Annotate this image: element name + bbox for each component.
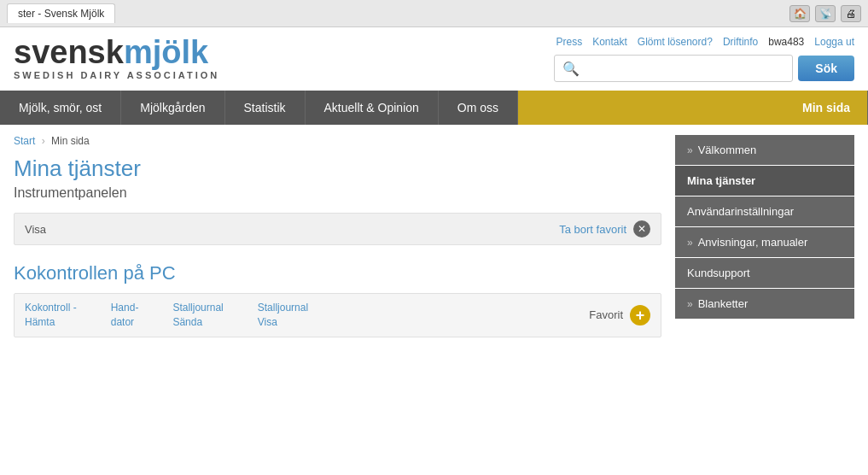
favorit-label: Favorit bbox=[589, 308, 623, 321]
kontakt-link[interactable]: Kontakt bbox=[592, 36, 627, 48]
glomt-link[interactable]: Glömt lösenord? bbox=[638, 36, 713, 48]
ta-bort-row: Ta bort favorit ✕ bbox=[559, 220, 650, 238]
section-title: Instrumentpanelen bbox=[14, 185, 661, 201]
close-circle-button[interactable]: ✕ bbox=[633, 220, 650, 238]
logo[interactable]: svenskmjölk SWEDISH DAIRY ASSOCIATION bbox=[14, 36, 219, 80]
sidebar-item-mina-tjanster[interactable]: Mina tjänster bbox=[675, 166, 854, 196]
breadcrumb-start[interactable]: Start bbox=[14, 135, 35, 147]
browser-icons: 🏠 📡 🖨 bbox=[789, 5, 861, 22]
blanketter-label: Blanketter bbox=[698, 297, 842, 310]
nav-item-min-sida[interactable]: Min sida bbox=[518, 91, 868, 125]
koko-links-row: Kokontroll - Hämta Hand- dator Stalljour… bbox=[14, 293, 661, 337]
breadcrumb: Start › Min sida bbox=[14, 135, 661, 147]
breadcrumb-current: Min sida bbox=[51, 135, 90, 147]
press-link[interactable]: Press bbox=[556, 36, 582, 48]
visa-label: Visa bbox=[25, 223, 46, 236]
mina-tjanster-label: Mina tjänster bbox=[687, 174, 842, 187]
header: svenskmjölk SWEDISH DAIRY ASSOCIATION Pr… bbox=[0, 27, 868, 125]
username-display: bwa483 bbox=[768, 36, 804, 48]
koko-link-hamta-line1[interactable]: Kokontroll - bbox=[25, 301, 77, 315]
search-input-wrap: 🔍 bbox=[554, 55, 793, 82]
nav-item-mjolkgarden[interactable]: Mjölkgården bbox=[121, 91, 224, 125]
header-right: Press Kontakt Glömt lösenord? Driftinfo … bbox=[554, 36, 854, 82]
anvisningar-arrow: » bbox=[687, 237, 693, 249]
logo-subtitle: SWEDISH DAIRY ASSOCIATION bbox=[14, 70, 219, 80]
ta-bort-link[interactable]: Ta bort favorit bbox=[559, 223, 626, 236]
logo-mjolk: mjölk bbox=[124, 34, 208, 70]
browser-tab[interactable]: ster - Svensk Mjölk bbox=[7, 3, 115, 23]
koko-title: Kokontrollen på PC bbox=[14, 262, 661, 284]
home-icon[interactable]: 🏠 bbox=[789, 5, 810, 22]
breadcrumb-sep: › bbox=[42, 135, 45, 147]
koko-link-handdator: Hand- dator bbox=[111, 301, 156, 330]
nav-item-statistik[interactable]: Statistik bbox=[225, 91, 306, 125]
favorit-plus-button[interactable]: + bbox=[630, 305, 650, 325]
sidebar: » Välkommen Mina tjänster Användarinstäl… bbox=[675, 135, 854, 337]
favorit-area: Favorit + bbox=[589, 305, 650, 325]
header-top: svenskmjölk SWEDISH DAIRY ASSOCIATION Pr… bbox=[0, 27, 868, 87]
content-area: Start › Min sida Mina tjänster Instrumen… bbox=[14, 135, 661, 337]
koko-link-sanda-line1[interactable]: Stalljournal bbox=[172, 301, 223, 315]
rss-icon[interactable]: 📡 bbox=[815, 5, 836, 22]
koko-link-hamta-line2[interactable]: Hämta bbox=[25, 315, 77, 330]
koko-link-stalljournal-visa: Stalljournal Visa bbox=[258, 301, 325, 330]
blanketter-arrow: » bbox=[687, 298, 693, 310]
browser-bar: ster - Svensk Mjölk 🏠 📡 🖨 bbox=[0, 0, 868, 27]
search-bar: 🔍 Sök bbox=[554, 55, 854, 82]
valkommen-label: Välkommen bbox=[698, 144, 842, 156]
koko-link-handdator-line2[interactable]: dator bbox=[111, 315, 139, 330]
sidebar-item-kundsupport[interactable]: Kundsupport bbox=[675, 258, 854, 288]
logo-text: svenskmjölk bbox=[14, 36, 219, 68]
anvandarinstallningar-label: Användarinställningar bbox=[687, 205, 842, 218]
search-icon: 🔍 bbox=[562, 61, 580, 77]
logga-ut-link[interactable]: Logga ut bbox=[814, 36, 854, 48]
driftinfo-link[interactable]: Driftinfo bbox=[723, 36, 758, 48]
koko-link-visa-line2[interactable]: Visa bbox=[258, 315, 308, 330]
logo-svensk: svensk bbox=[14, 34, 124, 70]
visa-row: Visa Ta bort favorit ✕ bbox=[14, 213, 661, 245]
sidebar-item-blanketter[interactable]: » Blanketter bbox=[675, 289, 854, 319]
search-button[interactable]: Sök bbox=[798, 56, 854, 81]
koko-link-handdator-line1[interactable]: Hand- bbox=[111, 301, 139, 315]
page-title: Mina tjänster bbox=[14, 155, 661, 182]
koko-link-stalljournal-sanda: Stalljournal Sända bbox=[172, 301, 240, 330]
sidebar-item-anvisningar[interactable]: » Anvisningar, manualer bbox=[675, 227, 854, 257]
sidebar-item-valkommen[interactable]: » Välkommen bbox=[675, 135, 854, 165]
koko-link-sanda-line2[interactable]: Sända bbox=[172, 315, 223, 330]
search-input[interactable] bbox=[554, 55, 793, 82]
sidebar-item-anvandarinstallningar[interactable]: Användarinställningar bbox=[675, 196, 854, 226]
nav-item-aktuellt[interactable]: Aktuellt & Opinion bbox=[306, 91, 439, 125]
koko-link-kokontroll: Kokontroll - Hämta bbox=[25, 301, 94, 330]
main-wrap: Start › Min sida Mina tjänster Instrumen… bbox=[0, 125, 868, 348]
top-links: Press Kontakt Glömt lösenord? Driftinfo … bbox=[556, 36, 854, 48]
koko-link-visa-line1[interactable]: Stalljournal bbox=[258, 301, 308, 315]
nav-item-mjolk[interactable]: Mjölk, smör, ost bbox=[0, 91, 121, 125]
anvisningar-label: Anvisningar, manualer bbox=[698, 236, 842, 249]
valkommen-arrow: » bbox=[687, 144, 693, 156]
nav-bar: Mjölk, smör, ost Mjölkgården Statistik A… bbox=[0, 91, 868, 125]
print-icon[interactable]: 🖨 bbox=[841, 5, 861, 22]
kundsupport-label: Kundsupport bbox=[687, 267, 842, 279]
nav-item-om-oss[interactable]: Om oss bbox=[439, 91, 518, 125]
